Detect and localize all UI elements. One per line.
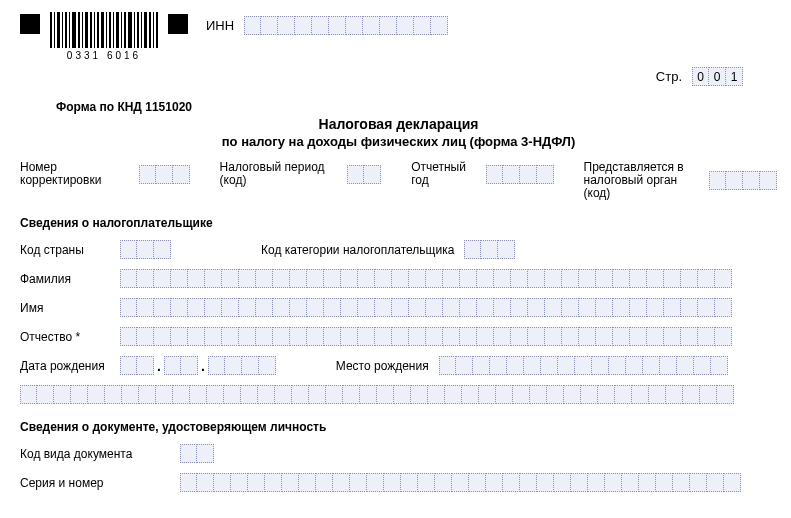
barcode: 0331 6016 xyxy=(50,12,158,61)
page-digit: 0 xyxy=(692,67,709,86)
category-code-label: Код категории налогоплательщика xyxy=(261,243,454,257)
submitted-to-cells[interactable] xyxy=(709,171,777,190)
barcode-number: 0331 6016 xyxy=(67,50,141,61)
correction-cells[interactable] xyxy=(139,165,190,184)
patronymic-row: Отчество * xyxy=(20,327,777,346)
inn-label: ИНН xyxy=(206,18,234,33)
doc-series-label: Серия и номер xyxy=(20,476,180,490)
form-subtitle: по налогу на доходы физических лиц (форм… xyxy=(20,134,777,149)
doc-series-row: Серия и номер xyxy=(20,473,777,492)
tax-period-field: Налоговый период (код) xyxy=(220,161,382,187)
dob-birthplace-row: Дата рождения . . Место рождения xyxy=(20,356,777,375)
report-year-label: Отчетный год xyxy=(411,161,477,187)
page-cells: 0 0 1 xyxy=(692,67,743,86)
dob-label: Дата рождения xyxy=(20,359,120,373)
barcode-bars xyxy=(50,12,158,48)
form-knd: Форма по КНД 1151020 xyxy=(56,100,777,114)
birthplace-cont-cells[interactable] xyxy=(20,385,777,404)
birthplace-cont-row xyxy=(20,385,777,404)
page-digit: 1 xyxy=(726,67,743,86)
dob-month-cells[interactable] xyxy=(164,356,198,375)
birthplace-cells[interactable] xyxy=(439,356,777,375)
doc-type-label: Код вида документа xyxy=(20,447,180,461)
name-label: Имя xyxy=(20,301,120,315)
country-code-label: Код страны xyxy=(20,243,120,257)
section-document: Сведения о документе, удостоверяющем лич… xyxy=(20,420,777,434)
surname-label: Фамилия xyxy=(20,272,120,286)
correction-label: Номер корректировки xyxy=(20,161,131,187)
birthplace-label: Место рождения xyxy=(336,359,429,373)
correction-field: Номер корректировки xyxy=(20,161,190,187)
dot-separator: . xyxy=(198,358,208,374)
submitted-to-field: Представляется в налоговый орган (код) xyxy=(584,161,777,200)
patronymic-label: Отчество * xyxy=(20,330,120,344)
dob-day-cells[interactable] xyxy=(120,356,154,375)
tax-period-label: Налоговый период (код) xyxy=(220,161,340,187)
submitted-to-label: Представляется в налоговый орган (код) xyxy=(584,161,701,200)
patronymic-cells[interactable] xyxy=(120,327,777,346)
dob-year-cells[interactable] xyxy=(208,356,276,375)
doc-series-cells[interactable] xyxy=(180,473,777,492)
doc-type-row: Код вида документа xyxy=(20,444,777,463)
surname-cells[interactable] xyxy=(120,269,777,288)
header-row: 0331 6016 ИНН xyxy=(20,12,777,61)
report-year-field: Отчетный год xyxy=(411,161,553,187)
inn-field: ИНН xyxy=(206,16,448,35)
page-number-row: Стр. 0 0 1 xyxy=(20,67,743,86)
tax-period-cells[interactable] xyxy=(347,165,381,184)
name-cells[interactable] xyxy=(120,298,777,317)
surname-row: Фамилия xyxy=(20,269,777,288)
dot-separator: . xyxy=(154,358,164,374)
category-code-cells[interactable] xyxy=(464,240,515,259)
black-square-left xyxy=(20,14,40,34)
section-taxpayer: Сведения о налогоплательщике xyxy=(20,216,777,230)
form-title: Налоговая декларация xyxy=(20,116,777,132)
page-digit: 0 xyxy=(709,67,726,86)
report-year-cells[interactable] xyxy=(486,165,554,184)
black-square-right xyxy=(168,14,188,34)
country-code-cells[interactable] xyxy=(120,240,171,259)
name-row: Имя xyxy=(20,298,777,317)
doc-type-cells[interactable] xyxy=(180,444,214,463)
header-fields-row: Номер корректировки Налоговый период (ко… xyxy=(20,161,777,200)
page-label: Стр. xyxy=(656,69,682,84)
country-category-row: Код страны Код категории налогоплательщи… xyxy=(20,240,777,259)
inn-cells[interactable] xyxy=(244,16,448,35)
